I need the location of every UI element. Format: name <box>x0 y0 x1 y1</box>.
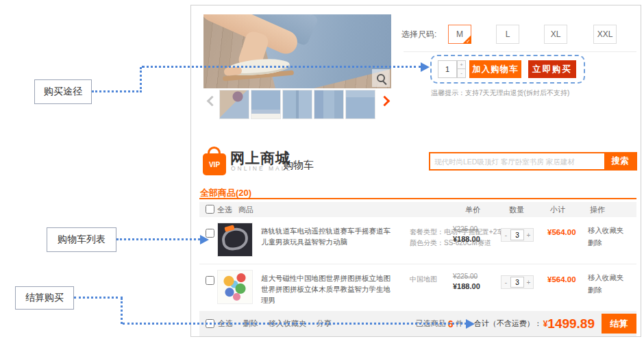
section-divider <box>404 51 636 52</box>
product-title[interactable]: 路轨轨道车电动遥控轨道赛车手摇赛道车儿童男孩玩具益智智力动脑 <box>261 225 397 247</box>
header-subtotal: 小计 <box>550 202 565 217</box>
product-title[interactable]: 超大号磁性中国地图世界拼图拼板立地图世界拼图拼板立体木质早教益智力学生地理男 <box>261 273 397 305</box>
annotation-checkout: 结算购买 <box>15 286 74 310</box>
subtotal: ¥564.00 <box>547 228 576 236</box>
product-main-image <box>203 14 391 88</box>
product-spec: 中国地图 <box>410 274 437 285</box>
price-old: ¥225.00 <box>453 225 480 233</box>
header-quantity: 数量 <box>509 202 524 217</box>
size-chip-xxl[interactable]: XXL <box>593 25 617 44</box>
quantity-stepper: - + <box>501 228 534 242</box>
delete-link[interactable]: 删除 <box>588 238 602 248</box>
price-new: ¥188.00 <box>453 235 480 243</box>
price-new: ¥188.00 <box>453 282 480 290</box>
annotation-line <box>92 90 142 92</box>
page-title: 购物车 <box>283 159 314 172</box>
delete-link[interactable]: 删除 <box>588 286 602 295</box>
quantity-stepper: - + <box>501 275 534 289</box>
checkout-button[interactable]: 结算 <box>602 314 636 334</box>
select-all-checkbox[interactable] <box>206 205 214 214</box>
quantity-increase-button[interactable]: + <box>457 60 466 69</box>
annotation-line <box>121 298 123 324</box>
product-thumbnail-3[interactable] <box>282 90 312 119</box>
currency-symbol: ¥ <box>543 319 548 329</box>
annotation-line <box>140 67 142 92</box>
annotation-line <box>116 238 200 240</box>
total-amount: 1499.89 <box>547 316 595 331</box>
chevron-right-icon[interactable] <box>380 96 391 107</box>
search-bar: 搜索 <box>429 152 637 171</box>
quantity-input[interactable] <box>438 60 457 78</box>
product-thumbnail-5[interactable] <box>345 90 375 119</box>
check-icon: ✓ <box>466 38 471 45</box>
cart-row-1: 路轨轨道车电动遥控轨道赛车手摇赛道车儿童男孩玩具益智智力动脑 套餐类型：电动+手… <box>199 217 636 264</box>
header-select-all[interactable]: 全选 <box>217 202 232 217</box>
header-action: 操作 <box>590 202 605 217</box>
annotation-cart-list-label: 购物车列表 <box>58 234 106 246</box>
header-product: 商品 <box>238 202 253 217</box>
quantity-decrease-button[interactable]: - <box>457 69 466 78</box>
qty-minus-button[interactable]: - <box>501 231 510 239</box>
annotation-arrow <box>466 319 475 329</box>
cart-table-header: 全选 商品 单价 数量 小计 操作 <box>199 202 636 217</box>
chevron-left-icon[interactable] <box>207 96 218 107</box>
product-thumbnail-1[interactable] <box>219 90 249 119</box>
product-image-track-toy[interactable] <box>217 223 253 257</box>
move-to-favorites-link[interactable]: 移入收藏夹 <box>588 226 624 236</box>
return-policy-tip: 温馨提示：支持7天无理由退货(拆封后不支持) <box>431 88 569 98</box>
qty-input[interactable] <box>510 229 524 240</box>
product-cart-panel: 选择尺码: M ✓ L XL XXL + - 加入购物车 立即购买 温馨提示：支… <box>190 5 641 337</box>
annotation-checkout-label: 结算购买 <box>25 292 64 304</box>
product-image-map-puzzle[interactable] <box>217 270 253 304</box>
price-cell: ¥225.00 ¥188.00 <box>453 273 480 290</box>
annotation-line <box>74 297 123 299</box>
size-chip-l[interactable]: L <box>496 25 519 44</box>
qty-minus-button[interactable]: - <box>501 279 510 286</box>
qty-input[interactable] <box>510 277 524 288</box>
row-checkbox[interactable] <box>206 276 214 285</box>
qty-plus-button[interactable]: + <box>524 279 533 286</box>
subtotal: ¥564.00 <box>547 275 576 284</box>
price-old: ¥225.00 <box>453 273 480 280</box>
image-zoom-button[interactable] <box>372 69 390 87</box>
buy-now-button[interactable]: 立即购买 <box>528 60 576 78</box>
section-underline <box>199 198 636 199</box>
annotation-cart-list: 购物车列表 <box>47 227 116 252</box>
total-label: 合计（不含运费）： <box>474 318 542 329</box>
size-chip-l-label: L <box>506 29 510 39</box>
add-to-cart-button[interactable]: 加入购物车 <box>469 60 521 78</box>
cart-row-2: 超大号磁性中国地图世界拼图拼板立地图世界拼图拼板立体木质早教益智力学生地理男 中… <box>199 264 636 311</box>
spec-line-1: 中国地图 <box>410 274 437 285</box>
annotation-arrow <box>421 62 430 72</box>
annotation-purchase-path: 购买途径 <box>34 79 92 104</box>
vip-label: VIP <box>203 153 226 175</box>
product-thumbnail-2[interactable] <box>251 90 281 119</box>
size-chip-m[interactable]: M ✓ <box>448 25 471 44</box>
annotation-line <box>142 66 421 68</box>
size-label: 选择尺码: <box>401 29 436 40</box>
magnifier-icon <box>377 74 385 82</box>
annotation-purchase-path-label: 购买途径 <box>44 86 82 98</box>
move-to-favorites-link[interactable]: 移入收藏夹 <box>588 273 624 283</box>
vip-bag-icon: VIP <box>203 147 226 175</box>
search-button[interactable]: 搜索 <box>604 153 636 169</box>
product-thumbnail-4[interactable] <box>314 90 344 119</box>
annotation-line <box>123 323 467 325</box>
size-chip-xxl-label: XXL <box>597 29 613 39</box>
size-chip-xl-label: XL <box>551 29 561 39</box>
search-input[interactable] <box>430 153 604 169</box>
price-cell: ¥225.00 ¥188.00 <box>453 225 480 243</box>
size-chip-xl[interactable]: XL <box>544 25 567 44</box>
page: 选择尺码: M ✓ L XL XXL + - 加入购物车 立即购买 温馨提示：支… <box>0 0 644 339</box>
header-unit-price: 单价 <box>465 202 480 217</box>
annotation-arrow <box>200 235 209 244</box>
qty-plus-button[interactable]: + <box>524 231 533 239</box>
